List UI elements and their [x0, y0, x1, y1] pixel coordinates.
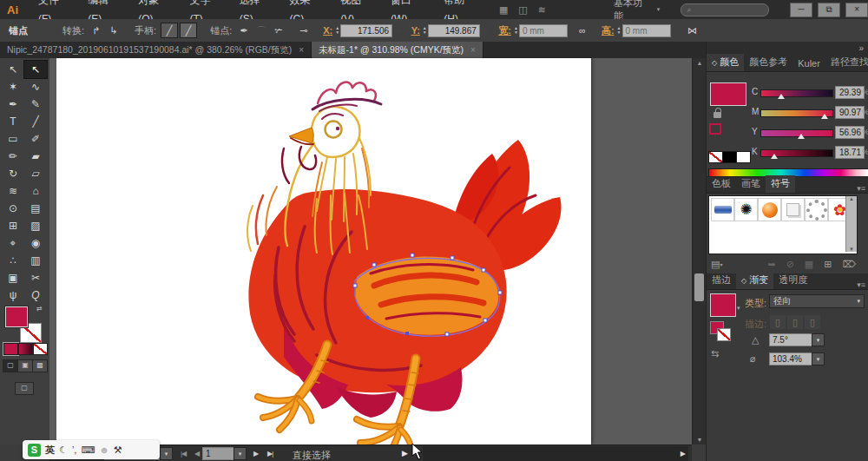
- artboard-tool[interactable]: ▣: [2, 269, 24, 286]
- perspective-grid-tool[interactable]: ▤: [24, 200, 47, 217]
- magic-wand-tool[interactable]: ✶: [2, 78, 24, 95]
- ime-language-toggle[interactable]: 英: [45, 444, 55, 457]
- screen-mode-button[interactable]: ▢: [15, 382, 34, 395]
- white-swatch[interactable]: [736, 151, 751, 163]
- symbol-cube[interactable]: [781, 198, 805, 221]
- tab-transparency[interactable]: 透明度: [773, 272, 812, 289]
- symbol-ink-splat[interactable]: ✺: [734, 198, 758, 221]
- paintbrush-tool[interactable]: ✐: [24, 130, 47, 148]
- black-field[interactable]: 18.71: [835, 146, 865, 159]
- person-icon[interactable]: ☻: [99, 445, 109, 455]
- wrench-icon[interactable]: ⚒: [114, 445, 122, 456]
- cyan-slider-handle[interactable]: [778, 94, 785, 99]
- magenta-slider-handle[interactable]: [821, 114, 828, 119]
- delete-symbol-icon[interactable]: ⌦: [842, 259, 856, 270]
- none-swatch[interactable]: [708, 151, 723, 163]
- arrange-documents-icon[interactable]: ◫: [518, 4, 527, 16]
- isolate-icon[interactable]: ⊸: [296, 23, 312, 37]
- width-tool[interactable]: ≋: [2, 182, 24, 200]
- blend-tool[interactable]: ◉: [24, 234, 47, 252]
- gradient-tool[interactable]: ▨: [24, 217, 47, 234]
- minimize-button[interactable]: ─: [790, 3, 812, 17]
- gradient-swatch[interactable]: [710, 293, 736, 317]
- show-handles-icon[interactable]: ╱: [180, 23, 197, 38]
- zoom-drop-icon[interactable]: ▾: [160, 447, 173, 460]
- x-stepper[interactable]: ▲▼: [335, 26, 339, 35]
- y-label[interactable]: Y:: [411, 25, 420, 36]
- symbol-libraries-drop-icon[interactable]: ▾: [720, 261, 722, 267]
- tab-gradient[interactable]: ◇ 渐变: [736, 272, 773, 289]
- height-field[interactable]: 0 mm: [622, 24, 671, 37]
- artboard-nav-field[interactable]: 1: [202, 447, 235, 460]
- symbol-libraries-icon[interactable]: ▤: [711, 259, 720, 270]
- scroll-right-icon[interactable]: ▶: [681, 450, 686, 458]
- direct-selection-tool[interactable]: ↖: [24, 61, 47, 78]
- tab-stroke[interactable]: 描边: [707, 272, 736, 289]
- gradient-type-select[interactable]: 径向 ▾: [769, 294, 865, 308]
- punctuation-icon[interactable]: ’,: [72, 445, 77, 455]
- eraser-tool[interactable]: ▰: [24, 148, 47, 165]
- draw-behind-button[interactable]: ▣: [17, 359, 33, 372]
- angle-drop-icon[interactable]: ▾: [812, 333, 825, 346]
- height-label[interactable]: 高:: [602, 24, 615, 37]
- bridge-icon[interactable]: ▦: [499, 4, 508, 16]
- horizontal-scrollbar[interactable]: ▶: [423, 446, 688, 461]
- magenta-field[interactable]: 90.97: [835, 106, 865, 119]
- close-button[interactable]: ×: [845, 3, 868, 17]
- search-input[interactable]: ⌕: [681, 3, 769, 16]
- mesh-tool[interactable]: ⊞: [2, 217, 24, 234]
- pen-tool[interactable]: ✒: [2, 95, 24, 113]
- symbol-sprayer-tool[interactable]: ∴: [2, 252, 24, 269]
- scroll-up-icon[interactable]: ▲: [693, 60, 707, 66]
- tab-color[interactable]: ◇ 颜色: [707, 54, 744, 71]
- aspect-ratio-field[interactable]: 103.4%: [769, 352, 812, 366]
- moon-icon[interactable]: ☾: [59, 445, 68, 456]
- hand-tool[interactable]: ψ: [2, 286, 24, 304]
- width-stepper[interactable]: ▲▼: [514, 26, 518, 35]
- break-link-icon[interactable]: ⊘: [786, 259, 794, 270]
- workspace-drop-icon[interactable]: ▾: [657, 6, 661, 13]
- last-artboard-icon[interactable]: ▶|: [267, 450, 273, 458]
- symbol-options-icon[interactable]: ▦: [805, 259, 813, 270]
- height-stepper[interactable]: ▲▼: [617, 26, 621, 35]
- convert-corner-icon[interactable]: ↱: [89, 23, 104, 37]
- symbol-orange-button[interactable]: [758, 198, 781, 221]
- lasso-tool[interactable]: ∿: [24, 78, 47, 95]
- first-artboard-icon[interactable]: |◀: [181, 450, 186, 458]
- symbols-panel-menu-icon[interactable]: ▾≡: [857, 184, 868, 193]
- cs-live-icon[interactable]: ≋: [538, 4, 546, 16]
- color-proxy-button[interactable]: [3, 343, 18, 355]
- vertical-scrollbar[interactable]: ▲ ▼: [692, 58, 707, 445]
- link-dimensions-icon[interactable]: ∞: [575, 23, 590, 37]
- yellow-slider-handle[interactable]: [798, 134, 805, 139]
- convert-smooth-icon[interactable]: ↳: [106, 23, 122, 37]
- x-label[interactable]: X:: [323, 25, 332, 36]
- none-proxy-button[interactable]: [33, 343, 48, 355]
- tab-pathfinder[interactable]: 路径查找器: [825, 54, 868, 71]
- tab-document-1[interactable]: Nipic_24787180_20190610191537190084.ai* …: [0, 42, 312, 58]
- sogou-icon[interactable]: S: [28, 444, 41, 457]
- slice-tool[interactable]: ✂: [24, 269, 47, 286]
- curvature-pen-tool[interactable]: ✎: [24, 95, 47, 113]
- fill-proxy[interactable]: [5, 306, 28, 327]
- vertical-scroll-thumb[interactable]: [694, 273, 704, 301]
- gradient-proxy-button[interactable]: [18, 343, 33, 355]
- yellow-slider[interactable]: [760, 129, 833, 137]
- y-field[interactable]: 149.867: [428, 24, 480, 37]
- prev-artboard-icon[interactable]: ◀: [194, 450, 199, 458]
- cyan-slider[interactable]: [760, 89, 833, 97]
- symbol-ribbon[interactable]: [711, 198, 734, 221]
- gradient-stroke-proxy[interactable]: [717, 328, 731, 341]
- shape-builder-tool[interactable]: ⊙: [2, 200, 24, 217]
- aspect-drop-icon[interactable]: ▾: [812, 352, 825, 366]
- selection-tool[interactable]: ↖: [2, 61, 24, 78]
- status-menu-icon[interactable]: ▶: [402, 449, 408, 458]
- reverse-gradient-icon[interactable]: ⇆: [711, 348, 719, 359]
- yellow-field[interactable]: 56.96: [835, 126, 865, 139]
- width-label[interactable]: 宽:: [498, 24, 511, 37]
- draw-inside-button[interactable]: ▩: [32, 359, 48, 372]
- eyedropper-tool[interactable]: ⌖: [2, 234, 24, 252]
- zoom-tool[interactable]: Q: [24, 286, 47, 304]
- type-tool[interactable]: T: [2, 113, 24, 130]
- gradient-swatch-drop-icon[interactable]: ▾: [737, 305, 740, 312]
